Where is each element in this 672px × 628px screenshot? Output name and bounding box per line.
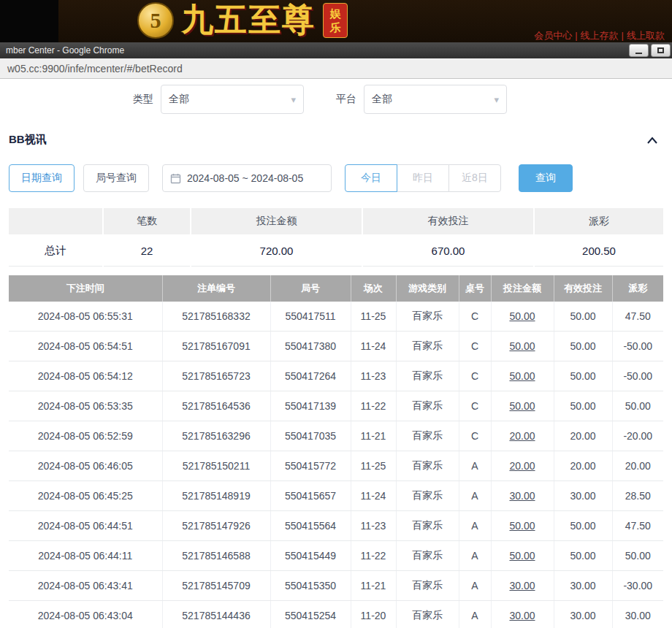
payout-cell: 47.50: [612, 511, 663, 541]
round-number-cell: 550417264: [270, 361, 351, 391]
session-cell: 11-24: [351, 481, 396, 511]
order-number-cell: 521785147926: [162, 511, 270, 541]
bet-amount-link[interactable]: 50.00: [491, 541, 554, 571]
page-content: 类型 全部 ▾ 平台 全部 ▾ BB视讯 日期查询 局号查询: [0, 85, 672, 628]
summary-header-cell: 投注金额: [191, 208, 362, 234]
valid-bet-cell: 50.00: [554, 511, 612, 541]
table-row: 2024-08-05 06:54:51521785167091550417380…: [9, 332, 663, 361]
window-titlebar: mber Center - Google Chrome: [0, 42, 672, 58]
table-row: 2024-08-05 06:52:59521785163296550417035…: [9, 421, 663, 451]
bet-amount-link[interactable]: 20.00: [491, 451, 554, 481]
summary-header-cell: 笔数: [104, 208, 190, 234]
payout-cell: 50.00: [612, 391, 663, 421]
maximize-button[interactable]: [651, 44, 671, 57]
game-type-cell: 百家乐: [396, 332, 459, 361]
table-row: 2024-08-05 06:55:31521785168332550417511…: [9, 302, 663, 332]
table-number-cell: A: [459, 481, 491, 511]
round-number-cell: 550415449: [270, 541, 351, 571]
bet-amount-link[interactable]: 50.00: [491, 361, 554, 391]
quick-date-group: 今日 昨日 近8日: [345, 164, 501, 192]
table-row: 2024-08-05 06:54:12521785165723550417264…: [9, 361, 663, 391]
game-type-cell: 百家乐: [396, 601, 459, 628]
query-button[interactable]: 查询: [519, 164, 573, 192]
table-number-cell: C: [459, 391, 491, 421]
bet-amount-link[interactable]: 50.00: [491, 511, 554, 541]
casino-nav-link[interactable]: 线上取款: [627, 30, 665, 41]
casino-nav-link[interactable]: 线上存款: [581, 30, 619, 41]
brand-badge: 娱乐: [323, 3, 348, 38]
table-row: 2024-08-05 06:43:04521785144436550415254…: [9, 601, 663, 628]
valid-bet-cell: 50.00: [554, 541, 612, 571]
bet-amount-link[interactable]: 50.00: [491, 391, 554, 421]
today-button[interactable]: 今日: [345, 164, 397, 192]
session-cell: 11-21: [351, 571, 396, 601]
date-query-button[interactable]: 日期查询: [9, 164, 75, 192]
valid-bet-cell: 30.00: [554, 481, 612, 511]
valid-bet-cell: 50.00: [554, 332, 612, 361]
gold-coin-icon: 5: [137, 2, 174, 39]
minimize-button[interactable]: [629, 44, 649, 57]
bet-time-cell: 2024-08-05 06:44:11: [9, 541, 162, 571]
collapse-chevron-up-icon[interactable]: [646, 135, 659, 145]
column-header: 场次: [351, 275, 396, 302]
bet-table-body: 2024-08-05 06:55:31521785168332550417511…: [9, 302, 663, 628]
bet-amount-link[interactable]: 20.00: [491, 421, 554, 451]
bet-time-cell: 2024-08-05 06:54:51: [9, 332, 162, 361]
session-cell: 11-22: [351, 391, 396, 421]
chevron-down-icon: ▾: [291, 94, 296, 105]
order-number-cell: 521785145709: [162, 571, 270, 601]
order-number-cell: 521785148919: [162, 481, 270, 511]
order-number-cell: 521785164536: [162, 391, 270, 421]
brand-logo-text: 九五至尊: [181, 3, 316, 38]
bet-time-cell: 2024-08-05 06:46:05: [9, 451, 162, 481]
type-select[interactable]: 全部 ▾: [161, 85, 304, 114]
date-range-input[interactable]: 2024-08-05 ~ 2024-08-05: [162, 164, 332, 192]
bet-amount-link[interactable]: 30.00: [491, 571, 554, 601]
nav-separator: |: [622, 30, 624, 41]
type-select-value: 全部: [169, 93, 189, 106]
bet-amount-link[interactable]: 30.00: [491, 481, 554, 511]
bet-amount-link[interactable]: 50.00: [491, 302, 554, 332]
game-type-cell: 百家乐: [396, 302, 459, 332]
bet-time-cell: 2024-08-05 06:53:35: [9, 391, 162, 421]
bet-record-table: 下注时间注单编号局号场次游戏类别桌号投注金额有效投注派彩 2024-08-05 …: [9, 275, 663, 628]
bet-amount-link[interactable]: 50.00: [491, 332, 554, 361]
platform-select[interactable]: 全部 ▾: [364, 85, 507, 114]
table-number-cell: A: [459, 511, 491, 541]
last-8-days-button[interactable]: 近8日: [448, 164, 501, 192]
address-bar[interactable]: w05.cc:9900/infe/mcenter/#/betRecord: [0, 58, 672, 79]
casino-nav: 会员中心|线上存款|线上取款: [531, 29, 668, 42]
chevron-down-icon: ▾: [494, 94, 499, 105]
table-number-cell: A: [459, 601, 491, 628]
round-number-cell: 550415657: [270, 481, 351, 511]
round-number-cell: 550415772: [270, 451, 351, 481]
column-header: 投注金额: [491, 275, 554, 302]
column-header: 局号: [270, 275, 351, 302]
table-number-cell: A: [459, 571, 491, 601]
column-header: 注单编号: [162, 275, 270, 302]
bet-table-header-row: 下注时间注单编号局号场次游戏类别桌号投注金额有效投注派彩: [9, 275, 663, 302]
bet-time-cell: 2024-08-05 06:55:31: [9, 302, 162, 332]
payout-cell: -30.00: [612, 571, 663, 601]
yesterday-button[interactable]: 昨日: [397, 164, 449, 192]
table-row: 2024-08-05 06:44:11521785146588550415449…: [9, 541, 663, 571]
round-query-button[interactable]: 局号查询: [83, 164, 149, 192]
summary-header-cell: 派彩: [535, 208, 663, 234]
casino-nav-link[interactable]: 会员中心: [534, 30, 572, 41]
url-text: w05.cc:9900/infe/mcenter/#/betRecord: [7, 63, 183, 74]
valid-bet-cell: 30.00: [554, 571, 612, 601]
table-number-cell: C: [459, 332, 491, 361]
table-number-cell: A: [459, 451, 491, 481]
session-cell: 11-20: [351, 601, 396, 628]
round-number-cell: 550417380: [270, 332, 351, 361]
payout-cell: -50.00: [612, 332, 663, 361]
game-type-cell: 百家乐: [396, 421, 459, 451]
payout-cell: 30.00: [612, 601, 663, 628]
payout-cell: 47.50: [612, 302, 663, 332]
bet-time-cell: 2024-08-05 06:43:04: [9, 601, 162, 628]
summary-header-cell: 有效投注: [363, 208, 533, 234]
session-cell: 11-25: [351, 302, 396, 332]
bet-amount-link[interactable]: 30.00: [491, 601, 554, 628]
platform-filter-label: 平台: [336, 93, 356, 106]
summary-payout: 200.50: [535, 236, 663, 267]
